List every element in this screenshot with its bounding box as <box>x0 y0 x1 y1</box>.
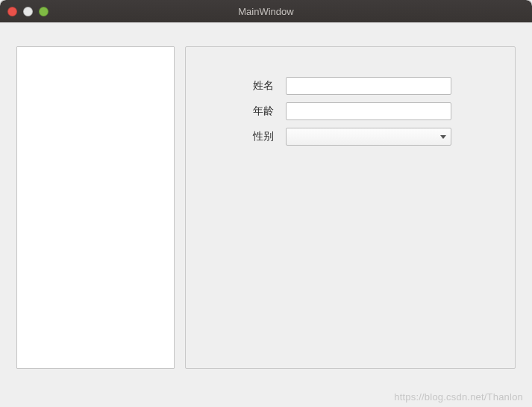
name-label: 姓名 <box>253 79 280 93</box>
close-icon[interactable] <box>7 7 17 16</box>
form-row-name: 姓名 <box>253 77 492 95</box>
age-label: 年龄 <box>253 105 280 118</box>
age-input[interactable] <box>286 102 451 120</box>
form-row-gender: 性别 <box>253 128 492 146</box>
maximize-icon[interactable] <box>39 7 48 16</box>
minimize-icon[interactable] <box>23 7 33 16</box>
window-title: MainWindow <box>0 6 532 17</box>
gender-combobox[interactable] <box>286 128 451 146</box>
form-panel: 姓名 年龄 性别 <box>185 46 516 369</box>
gender-label: 性别 <box>253 130 280 143</box>
window-body: 姓名 年龄 性别 <box>0 22 532 407</box>
chevron-down-icon <box>440 135 446 139</box>
name-input[interactable] <box>286 77 451 95</box>
form-row-age: 年龄 <box>253 102 492 120</box>
titlebar: MainWindow <box>0 0 532 22</box>
left-list-panel[interactable] <box>16 46 175 369</box>
window-controls <box>7 7 48 16</box>
